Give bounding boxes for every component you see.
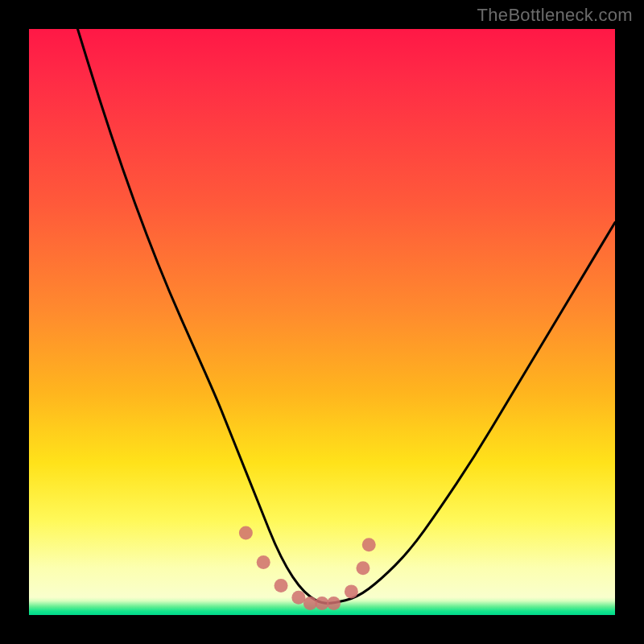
chart-marker — [316, 597, 329, 610]
chart-plot-area — [29, 29, 615, 615]
chart-marker — [327, 597, 341, 610]
chart-svg — [29, 29, 615, 615]
chart-marker — [257, 555, 270, 569]
chart-frame: TheBottleneck.com — [0, 0, 644, 644]
chart-marker — [303, 597, 317, 610]
chart-marker — [362, 538, 376, 551]
watermark-text: TheBottleneck.com — [477, 5, 633, 26]
chart-marker — [239, 526, 253, 540]
chart-marker — [291, 591, 305, 605]
chart-marker — [356, 561, 369, 575]
chart-marker — [275, 579, 288, 592]
chart-marker — [345, 584, 358, 598]
chart-curve — [76, 23, 615, 604]
